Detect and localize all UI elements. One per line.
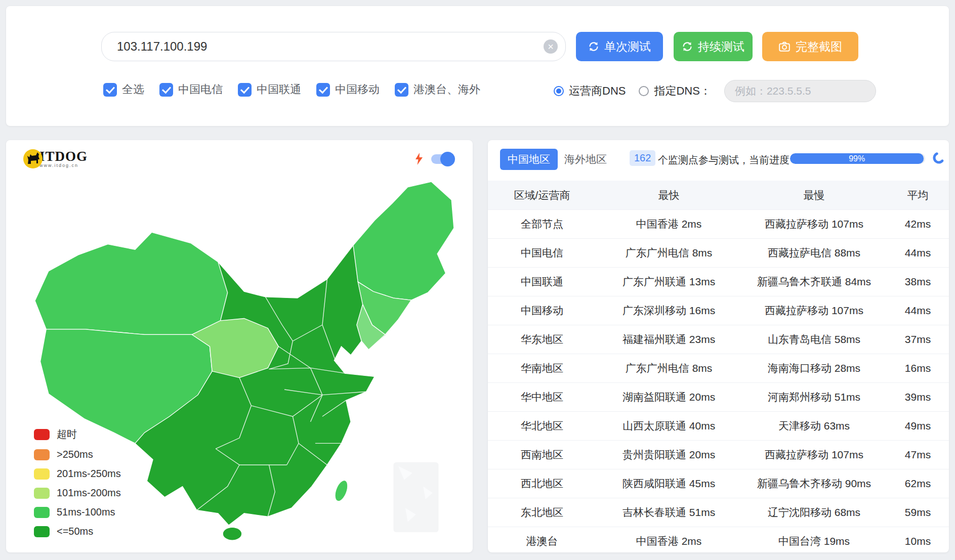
table-row: 中国联通 广东广州联通 13ms 新疆乌鲁木齐联通 84ms 38ms [488, 268, 949, 296]
cell-average: 62ms [887, 478, 949, 490]
table-row: 西北地区 陕西咸阳联通 45ms 新疆乌鲁木齐移动 90ms 62ms [488, 469, 949, 498]
cell-region: 全部节点 [488, 217, 596, 231]
legend-label: >250ms [57, 449, 93, 460]
repeat-once-icon [588, 41, 599, 52]
cell-fastest: 吉林长春联通 51ms [596, 505, 741, 520]
cell-region: 华东地区 [488, 332, 596, 347]
cell-slowest: 河南郑州移动 51ms [741, 390, 887, 404]
cell-slowest: 新疆乌鲁木齐联通 84ms [741, 275, 887, 289]
isp-checkbox[interactable]: 港澳台、海外 [395, 82, 480, 97]
monitor-caption: 个监测点参与测试，当前进度： [658, 153, 800, 167]
cell-slowest: 西藏拉萨移动 107ms [741, 304, 887, 318]
table-body: 全部节点 中国香港 2ms 西藏拉萨移动 107ms 42ms 中国电信 广东广… [488, 210, 949, 556]
header-region: 区域/运营商 [488, 188, 596, 202]
cell-fastest: 中国香港 2ms [596, 217, 741, 231]
isp-checkbox[interactable]: 中国电信 [159, 82, 223, 97]
cell-fastest: 广东广州电信 8ms [596, 246, 741, 260]
checkbox-label: 港澳台、海外 [413, 82, 480, 97]
cell-average: 16ms [887, 362, 949, 374]
monitor-count-badge: 162 [630, 150, 655, 166]
latency-legend: 超时 >250ms 201ms-250ms 101ms-200ms 51ms-1… [34, 427, 121, 537]
cell-region: 中国电信 [488, 246, 596, 260]
ip-input[interactable] [101, 32, 566, 61]
cell-slowest: 辽宁沈阳移动 68ms [741, 505, 887, 520]
isp-checkbox[interactable]: 全选 [103, 82, 144, 97]
table-row: 华南地区 广东广州电信 8ms 海南海口移动 28ms 16ms [488, 354, 949, 383]
table-row: 华中地区 湖南益阳联通 20ms 河南郑州移动 51ms 39ms [488, 383, 949, 412]
tab-china-region[interactable]: 中国地区 [500, 149, 558, 170]
legend-label: 51ms-100ms [57, 506, 115, 518]
isp-checkbox-group: 全选 中国电信 中国联通 中国移动 港澳台、海外 [103, 82, 480, 97]
cell-average: 38ms [887, 276, 949, 288]
legend-label: 101ms-200ms [57, 487, 121, 499]
progress-fill: 99% [790, 153, 924, 164]
cell-region: 西北地区 [488, 477, 596, 491]
continuous-test-button[interactable]: 持续测试 [674, 32, 753, 61]
legend-item: 51ms-100ms [34, 506, 121, 518]
dns-options: 运营商DNS 指定DNS： [554, 80, 876, 102]
header-average: 平均 [887, 188, 949, 202]
checkbox-checked-icon [103, 83, 117, 97]
cell-average: 44ms [887, 305, 949, 317]
legend-color-swatch [34, 488, 50, 499]
results-table: 区域/运营商 最快 最慢 平均 全部节点 中国香港 2ms 西藏拉萨移动 107… [488, 181, 949, 556]
cell-slowest: 天津移动 63ms [741, 419, 887, 433]
cell-fastest: 山西太原联通 40ms [596, 419, 741, 433]
cell-slowest: 西藏拉萨移动 107ms [741, 448, 887, 462]
realtime-toggle[interactable] [431, 154, 453, 164]
isp-checkbox[interactable]: 中国联通 [238, 82, 301, 97]
header-slowest: 最慢 [741, 188, 887, 202]
checkbox-label: 全选 [122, 82, 144, 97]
table-row: 中国移动 广东深圳移动 16ms 西藏拉萨移动 107ms 44ms [488, 296, 949, 325]
legend-label: 超时 [57, 427, 77, 441]
custom-dns-input[interactable] [724, 80, 876, 102]
legend-color-swatch [34, 429, 50, 440]
cell-fastest: 福建福州联通 23ms [596, 332, 741, 347]
legend-color-swatch [34, 468, 50, 480]
legend-item: 超时 [34, 427, 121, 441]
checkbox-checked-icon [316, 83, 330, 97]
cell-region: 华中地区 [488, 390, 596, 404]
continuous-test-label: 持续测试 [698, 39, 744, 55]
table-row: 西南地区 贵州贵阳联通 20ms 西藏拉萨移动 107ms 47ms [488, 441, 949, 469]
operator-dns-radio[interactable] [554, 86, 564, 96]
isp-checkbox[interactable]: 中国移动 [316, 82, 380, 97]
cell-slowest: 山东青岛电信 58ms [741, 332, 887, 347]
results-header: 中国地区 海外地区 162 个监测点参与测试，当前进度： 99% [488, 140, 949, 181]
cell-fastest: 湖南益阳联通 20ms [596, 390, 741, 404]
screenshot-button[interactable]: 完整截图 [762, 32, 858, 61]
screenshot-label: 完整截图 [796, 39, 842, 55]
cell-average: 39ms [887, 391, 949, 403]
single-test-button[interactable]: 单次测试 [576, 32, 663, 61]
custom-dns-radio[interactable] [639, 86, 649, 96]
cell-fastest: 陕西咸阳联通 45ms [596, 477, 741, 491]
progress-bar: 99% [790, 153, 925, 164]
table-row: 东北地区 吉林长春联通 51ms 辽宁沈阳移动 68ms 59ms [488, 498, 949, 527]
cell-average: 37ms [887, 333, 949, 346]
cell-average: 42ms [887, 218, 949, 230]
tab-overseas-region[interactable]: 海外地区 [557, 149, 614, 170]
camera-icon [778, 40, 791, 53]
cell-region: 中国联通 [488, 275, 596, 289]
cell-region: 港澳台 [488, 534, 596, 548]
table-row: 华东地区 福建福州联通 23ms 山东青岛电信 58ms 37ms [488, 325, 949, 354]
repeat-icon [682, 41, 693, 52]
table-header-row: 区域/运营商 最快 最慢 平均 [488, 181, 949, 210]
cell-slowest: 新疆乌鲁木齐移动 90ms [741, 477, 887, 491]
cell-fastest: 贵州贵阳联通 20ms [596, 448, 741, 462]
clear-input-icon[interactable]: × [544, 39, 558, 54]
cell-fastest: 广东深圳移动 16ms [596, 304, 741, 318]
checkbox-checked-icon [159, 83, 173, 97]
results-card: 中国地区 海外地区 162 个监测点参与测试，当前进度： 99% 区域/运营商 … [488, 140, 949, 552]
cell-region: 中国移动 [488, 304, 596, 318]
single-test-label: 单次测试 [604, 39, 651, 55]
cell-average: 44ms [887, 247, 949, 259]
cell-average: 59ms [887, 506, 949, 519]
cell-fastest: 广东广州电信 8ms [596, 361, 741, 375]
legend-item: 201ms-250ms [34, 468, 121, 480]
cell-fastest: 中国香港 2ms [596, 534, 741, 548]
checkbox-label: 中国电信 [178, 82, 223, 97]
table-row: 中国电信 广东广州电信 8ms 西藏拉萨电信 88ms 44ms [488, 239, 949, 268]
cell-average: 47ms [887, 449, 949, 461]
legend-item: >250ms [34, 449, 121, 460]
